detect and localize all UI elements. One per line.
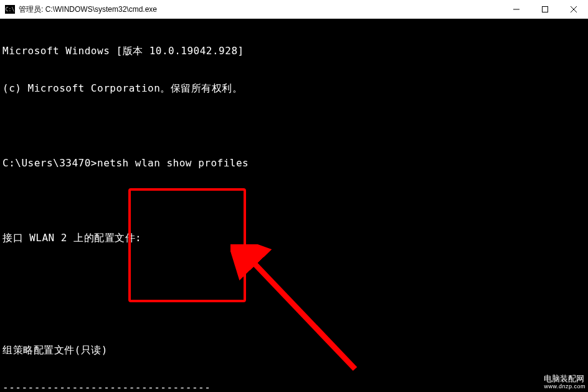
watermark: 电脑装配网 www.dnzp.com <box>544 374 586 390</box>
command-text: netsh wlan show profiles <box>97 157 249 169</box>
copyright-line: (c) Microsoft Corporation。保留所有权利。 <box>2 82 586 95</box>
cmd-icon: C:\ <box>5 5 15 14</box>
maximize-button[interactable] <box>531 0 559 19</box>
close-button[interactable] <box>559 0 588 19</box>
watermark-title: 电脑装配网 <box>544 374 586 384</box>
minimize-button[interactable] <box>502 0 531 19</box>
blank-line <box>2 194 586 207</box>
command-line: C:\Users\33470>netsh wlan show profiles <box>2 157 586 170</box>
watermark-url: www.dnzp.com <box>544 383 586 390</box>
terminal-output[interactable]: Microsoft Windows [版本 10.0.19042.928] (c… <box>0 19 588 392</box>
interface-header: 接口 WLAN 2 上的配置文件: <box>2 232 586 244</box>
title-bar: C:\ 管理员: C:\WINDOWS\system32\cmd.exe <box>0 0 588 19</box>
blank-line <box>2 120 586 132</box>
svg-rect-1 <box>543 7 548 12</box>
blank-line <box>2 269 586 282</box>
group-policy-header: 组策略配置文件(只读) <box>2 344 586 356</box>
prompt: C:\Users\33470> <box>2 157 97 169</box>
separator-line: --------------------------------- <box>2 381 586 392</box>
window-controls <box>502 0 588 19</box>
window-title: 管理员: C:\WINDOWS\system32\cmd.exe <box>19 4 502 15</box>
blank-line <box>2 307 586 319</box>
os-version-line: Microsoft Windows [版本 10.0.19042.928] <box>2 45 586 57</box>
